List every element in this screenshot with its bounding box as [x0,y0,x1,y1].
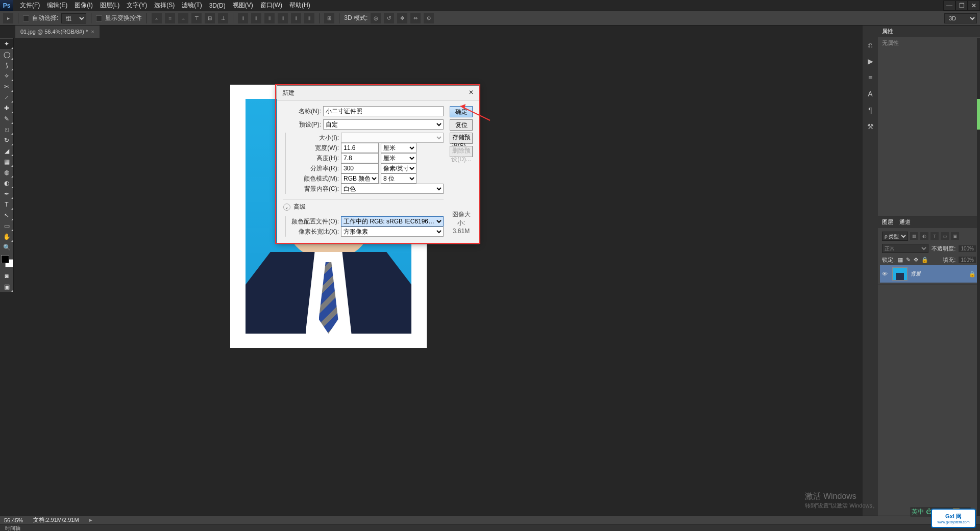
dodge-tool[interactable]: ◐ [0,178,13,188]
layer-lock-icon[interactable]: 🔒 [969,271,976,277]
pen-tool[interactable]: ✒ [0,189,13,199]
gradient-tool[interactable]: ▦ [0,157,13,167]
ok-button[interactable]: 确定 [450,106,473,117]
path-selection-tool[interactable]: ↖ [0,210,13,220]
3d-zoom-icon[interactable]: ⊙ [424,13,434,23]
reset-button[interactable]: 复位 [450,119,473,131]
auto-align-icon[interactable]: ⊞ [324,13,334,23]
layer-thumbnail[interactable] [892,267,908,281]
filter-type-icon[interactable]: T [930,232,939,240]
preset-dropdown[interactable]: 自定 [323,119,444,130]
blend-mode-dropdown[interactable]: 正常 [882,244,928,253]
magic-wand-tool[interactable]: ✧ [0,71,13,81]
menu-help[interactable]: 帮助(H) [286,0,314,11]
blur-tool[interactable]: ◍ [0,167,13,178]
color-profile-dropdown[interactable]: 工作中的 RGB: sRGB IEC6196… [341,216,444,226]
clone-stamp-tool[interactable]: ⏍ [0,124,13,135]
layer-item[interactable]: 👁 背景 🔒 [880,265,978,283]
lock-trans-icon[interactable]: ▦ [898,257,903,263]
eraser-tool[interactable]: ◢ [0,146,13,156]
distribute-2-icon[interactable]: ⫴ [251,13,261,23]
mode-3d-dropdown[interactable]: 3D [944,13,977,23]
align-bottom-icon[interactable]: ⊥ [218,13,228,23]
height-unit-dropdown[interactable]: 厘米 [381,153,416,163]
timeline-bar[interactable]: 时间轴 [0,524,980,531]
menu-type[interactable]: 文字(Y) [123,0,151,11]
color-depth-dropdown[interactable]: 8 位 [381,173,416,184]
bg-content-dropdown[interactable]: 白色 [341,184,444,194]
fill-value[interactable]: 100% [959,257,976,263]
lock-paint-icon[interactable]: ✎ [906,257,911,263]
document-tab[interactable]: 01.jpg @ 56.4%(RGB/8#) * × [15,26,100,38]
menu-image[interactable]: 图像(I) [71,0,96,11]
vertical-scrollbar[interactable] [977,38,980,516]
width-input[interactable] [341,143,379,153]
close-button[interactable]: ✕ [968,1,980,11]
save-preset-button[interactable]: 存储预设(S)... [450,133,473,144]
3d-roll-icon[interactable]: ↺ [384,13,394,23]
crop-tool[interactable]: ✂ [0,82,13,92]
name-input[interactable] [323,106,444,116]
visibility-icon[interactable]: 👁 [882,271,889,277]
distribute-3-icon[interactable]: ⫴ [264,13,275,23]
move-tool[interactable]: ✦ [0,39,13,49]
quick-mask-tool[interactable]: ◙ [0,271,13,281]
distribute-6-icon[interactable]: ⫴ [304,13,314,23]
properties-tab[interactable]: 属性 [882,28,893,35]
align-vcenter-icon[interactable]: ⊟ [205,13,215,23]
color-swatch[interactable] [1,255,12,268]
marquee-tool[interactable]: ◯ [0,49,13,60]
dialog-close-icon[interactable]: ✕ [469,89,474,97]
height-input[interactable] [341,153,379,163]
3d-orbit-icon[interactable]: ◎ [371,13,381,23]
lock-pos-icon[interactable]: ✥ [914,257,918,263]
align-hcenter-icon[interactable]: ≡ [165,13,175,23]
align-left-icon[interactable]: ⫠ [152,13,162,23]
layer-name[interactable]: 背景 [911,270,921,277]
status-menu-icon[interactable]: ▸ [89,517,92,523]
channels-tab[interactable]: 通道 [899,218,911,226]
hand-tool[interactable]: ✋ [0,232,13,242]
paragraph-panel-icon[interactable]: ¶ [865,105,875,115]
tool-presets-panel-icon[interactable]: ⚒ [865,121,875,132]
distribute-4-icon[interactable]: ⫴ [278,13,288,23]
doc-size[interactable]: 文档:2.91M/2.91M [33,516,79,524]
fg-color-swatch[interactable] [1,255,9,263]
3d-pan-icon[interactable]: ✥ [397,13,407,23]
distribute-1-icon[interactable]: ⫴ [238,13,248,23]
show-transform-checkbox[interactable] [96,15,102,21]
lock-all-icon[interactable]: 🔒 [921,257,928,263]
type-tool[interactable]: T [0,199,13,210]
menu-filter[interactable]: 滤镜(T) [178,0,205,11]
resolution-unit-dropdown[interactable]: 像素/英寸 [381,163,416,173]
menu-3d[interactable]: 3D(D) [206,1,229,11]
menu-window[interactable]: 窗口(W) [257,0,286,11]
healing-brush-tool[interactable]: ✚ [0,103,13,113]
menu-file[interactable]: 文件(F) [16,0,43,11]
close-icon[interactable]: × [91,29,94,35]
eyedropper-tool[interactable]: ⟋ [0,92,13,103]
history-panel-icon[interactable]: ⎌ [865,40,875,50]
zoom-tool[interactable]: 🔍 [0,242,13,252]
screen-mode-tool[interactable]: ▣ [0,282,13,292]
auto-select-checkbox[interactable] [23,15,29,21]
layers-tab[interactable]: 图层 [882,218,893,226]
pixel-aspect-dropdown[interactable]: 方形像素 [341,226,444,237]
layer-filter-kind[interactable]: ρ 类型 [882,232,908,241]
menu-select[interactable]: 选择(S) [151,0,178,11]
opacity-value[interactable]: 100% [959,245,976,252]
align-top-icon[interactable]: ⊤ [191,13,202,23]
minimize-button[interactable]: — [943,1,955,11]
distribute-5-icon[interactable]: ⫴ [291,13,301,23]
maximize-button[interactable]: ❐ [955,1,968,11]
menu-layer[interactable]: 图层(L) [96,0,124,11]
shape-tool[interactable]: ▭ [0,221,13,231]
menu-edit[interactable]: 编辑(E) [43,0,71,11]
align-right-icon[interactable]: ⫠ [178,13,188,23]
adjustments-panel-icon[interactable]: ≡ [865,72,875,83]
color-mode-dropdown[interactable]: RGB 颜色 [341,173,379,184]
zoom-level[interactable]: 56.45% [4,517,23,523]
menu-view[interactable]: 视图(V) [229,0,257,11]
filter-pixel-icon[interactable]: ▦ [910,232,918,240]
lasso-tool[interactable]: ⟆ [0,60,13,70]
